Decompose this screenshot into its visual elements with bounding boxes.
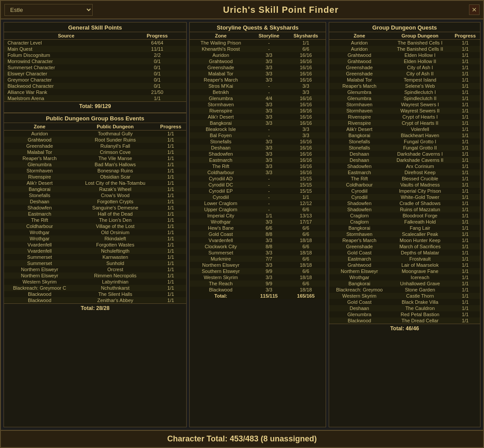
progress-cell: 1/1 — [155, 273, 186, 279]
dungeon-cell: Stone Garden — [390, 287, 450, 293]
skyshards-cell: 18/18 — [286, 274, 326, 280]
zone-cell: Cyrodiil AD — [190, 175, 252, 182]
table-row: EastmarchDirefrost Keep1/1 — [329, 169, 480, 175]
storyline-cell: - — [252, 46, 286, 52]
progress-cell: 1/1 — [450, 77, 480, 83]
zone-cell: Bleakrock Isle — [190, 126, 252, 132]
progress-cell: 1/1 — [155, 229, 186, 235]
progress-cell: 1/1 — [450, 256, 480, 262]
zone-cell: Greenshade — [4, 143, 75, 149]
skyshards-cell: 16/16 — [286, 163, 326, 169]
zone-cell: Bangkorai — [329, 132, 390, 138]
dungeon-cell: Black Drake Villa — [390, 299, 450, 305]
character-dropdown-container[interactable]: Estle — [4, 4, 93, 16]
progress-cell: 1/1 — [155, 137, 186, 143]
table-row: Hew's Bane6/66/6 — [190, 225, 326, 231]
table-row: Character Level64/64 — [4, 40, 186, 46]
zone-cell: Vvardenfell — [4, 242, 75, 248]
general-skill-points-section: General Skill Points Source Progress Cha… — [4, 22, 186, 111]
dungeon-cell: Crypt of Hearts II — [390, 120, 450, 126]
table-row: Blackwood Character0/1 — [4, 83, 186, 89]
progress-cell: 1/1 — [450, 206, 480, 213]
storyline-cell: 3/3 — [252, 262, 286, 268]
dungeon-cell: Imperial City Prison — [390, 188, 450, 194]
public-dungeon-table: Zone Public Dungeon Progress AuridonToot… — [4, 123, 186, 303]
dungeon-cell: Spindleclutch I — [390, 89, 450, 95]
table-row: Stros M'Kai-3/3 — [190, 83, 326, 89]
table-row: Northern Elsweyr3/318/18 — [190, 262, 326, 268]
zone-cell: Grahtwood — [4, 137, 75, 143]
main-window: Estle Urich's Skill Point Finder ✕ Gener… — [0, 0, 484, 448]
table-row: Southern Elsweyr9/96/6 — [190, 268, 326, 274]
progress-cell: 1/1 — [450, 182, 480, 188]
table-row: Rivenspire3/316/16 — [190, 108, 326, 114]
dungeon-cell: Wayrest Sewers I — [390, 101, 450, 108]
zone-cell: Bangkorai — [4, 186, 75, 192]
table-row: Alik'r DesertLost City of the Na-Totambu… — [4, 180, 186, 186]
table-row: BangkoraiFang Lair1/1 — [329, 225, 480, 231]
dungeon-cell: Old Orsinium — [75, 229, 155, 235]
dungeon-cell: Wayrest Sewers II — [390, 108, 450, 114]
dungeon-cell: The Silent Halls — [75, 291, 155, 297]
progress-cell: 1/1 — [450, 175, 480, 182]
skyshards-cell: 16/16 — [286, 108, 326, 114]
zone-cell: Cyrodiil — [190, 194, 252, 200]
table-row: ShadowfenSanguine's Demesne1/1 — [4, 205, 186, 211]
source-cell: Greymoor Character — [4, 77, 128, 83]
zone-cell: Murkmire — [190, 256, 252, 262]
table-row: Murkmire7/76/6 — [190, 256, 326, 262]
zone-cell: The Reach — [190, 280, 252, 287]
table-row: GreenshadeMarch of Sacrifices1/1 — [329, 243, 480, 250]
character-select[interactable]: Estle — [4, 4, 93, 16]
dungeon-cell: Scalecaller Peak — [390, 231, 450, 237]
zone-cell: Deshaan — [190, 145, 252, 151]
storyline-cell: - — [252, 200, 286, 206]
public-dungeon-section: Public Dungeon Group Boss Events Zone Pu… — [4, 112, 186, 313]
zone-cell: Imperial City — [190, 213, 252, 219]
skyshards-cell: 16/16 — [286, 145, 326, 151]
progress-cell: 1/1 — [450, 40, 480, 46]
storyline-cell: 8/8 — [252, 231, 286, 237]
zone-cell: Rivenspire — [190, 108, 252, 114]
table-row: Gold CoastBlack Drake Villa1/1 — [329, 299, 480, 305]
dungeon-cell: Bonesnap Ruins — [75, 168, 155, 174]
dungeon-cell: Fungal Grotto II — [390, 145, 450, 151]
table-row: The RiftThe Lion's Den1/1 — [4, 217, 186, 223]
zone-cell: Greenshade — [329, 64, 390, 71]
storyline-cell: 3/3 — [252, 145, 286, 151]
zone-cell: Malabal Tor — [329, 77, 390, 83]
zone-cell: Eastmarch — [329, 169, 390, 175]
skyshards-cell: 6/6 — [286, 243, 326, 250]
dungeon-cell: Lost City of the Na-Totambu — [75, 180, 155, 186]
table-row: SummersetKarnwasten1/1 — [4, 254, 186, 260]
table-row: DeshaanDarkshade Caverns II1/1 — [329, 157, 480, 163]
progress-cell: 1/1 — [155, 279, 186, 285]
public-dungeon-header: Public Dungeon Group Boss Events — [4, 113, 186, 123]
table-row: The Reach9/96/6 — [190, 280, 326, 287]
zone-cell: Malabal Tor — [4, 149, 75, 155]
close-button[interactable]: ✕ — [469, 4, 480, 15]
zone-cell: Stormhaven — [329, 231, 390, 237]
col-public-dungeon: Public Dungeon — [75, 123, 155, 131]
table-row: Cyrodiil AD-15/15 — [190, 175, 326, 182]
table-row: Upper Craglorn-6/6 — [190, 206, 326, 213]
zone-cell: Coldharbour — [190, 169, 252, 175]
table-row: Reaper's MarchThe Vile Manse1/1 — [4, 155, 186, 161]
table-row: Reaper's MarchMoon Hunter Keep1/1 — [329, 237, 480, 243]
progress-cell: 64/64 — [128, 40, 186, 46]
table-row: Gold Coast8/86/6 — [190, 231, 326, 237]
progress-cell: 1/1 — [155, 161, 186, 168]
zone-cell: Blackreach: Greymoor C — [4, 285, 75, 291]
table-row: GlenumbraRed Petal Bastion1/1 — [329, 311, 480, 317]
zone-cell: Stormhaven — [4, 168, 75, 174]
table-row: Blackwood3/318/18 — [190, 287, 326, 293]
col-storyline: Storyline — [252, 32, 286, 40]
progress-cell: 1/1 — [450, 231, 480, 237]
progress-cell: 1/1 — [450, 293, 480, 299]
skyshards-cell: 16/16 — [286, 101, 326, 108]
progress-cell: 1/1 — [450, 250, 480, 256]
skyshards-cell: 13/13 — [286, 213, 326, 219]
storyline-cell: 3/3 — [252, 250, 286, 256]
zone-cell: Shadowfen — [329, 163, 390, 169]
progress-cell: 1/1 — [450, 243, 480, 250]
